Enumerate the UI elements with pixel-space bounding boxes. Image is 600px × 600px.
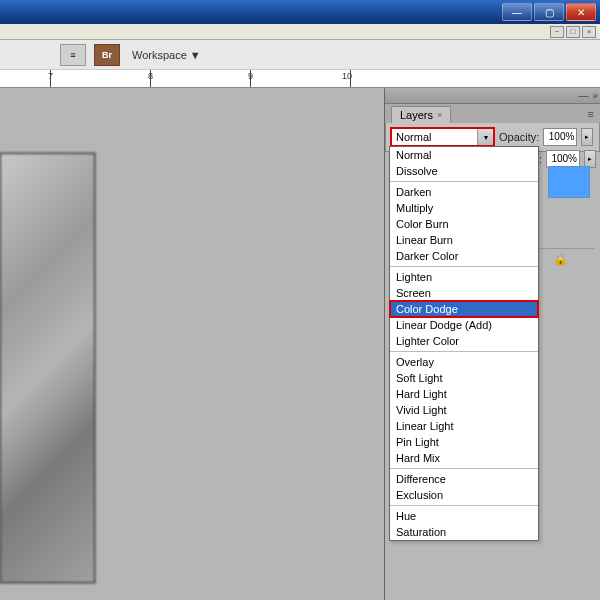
blend-mode-option[interactable]: Lighter Color	[390, 333, 538, 349]
bridge-button[interactable]: Br	[94, 44, 120, 66]
blend-mode-option[interactable]: Screen	[390, 285, 538, 301]
tab-label: Layers	[400, 109, 433, 121]
workspace-menu[interactable]: Workspace ▼	[128, 47, 205, 63]
blend-mode-current: Normal	[392, 131, 477, 143]
combo-arrow-icon[interactable]: ▾	[477, 129, 493, 145]
blend-mode-option[interactable]: Difference	[390, 471, 538, 487]
panel-maximize-button[interactable]: □	[566, 26, 580, 38]
opacity-arrow-button[interactable]: ▸	[581, 128, 593, 146]
tab-close-icon[interactable]: ×	[437, 110, 442, 120]
blend-mode-option[interactable]: Vivid Light	[390, 402, 538, 418]
blend-mode-option[interactable]: Dissolve	[390, 163, 538, 179]
opacity-label: Opacity:	[499, 131, 539, 143]
workspace-label: Workspace	[132, 49, 187, 61]
options-toolbar: ≡ Br Workspace ▼	[0, 40, 600, 70]
blend-mode-option[interactable]: Linear Burn	[390, 232, 538, 248]
blend-mode-option[interactable]: Darker Color	[390, 248, 538, 264]
blend-mode-option[interactable]: Linear Light	[390, 418, 538, 434]
panel-minimize-button[interactable]: −	[550, 26, 564, 38]
blend-mode-option[interactable]: Exclusion	[390, 487, 538, 503]
blend-mode-option[interactable]: Color Dodge	[390, 301, 538, 317]
close-button[interactable]: ✕	[566, 3, 596, 21]
close-icon: ✕	[577, 7, 585, 18]
panel-collapse-icon[interactable]: —	[578, 90, 588, 101]
blend-mode-option[interactable]: Overlay	[390, 354, 538, 370]
tab-layers[interactable]: Layers ×	[391, 106, 451, 123]
blend-mode-option[interactable]: Linear Dodge (Add)	[390, 317, 538, 333]
panel-chevron-icon[interactable]: »	[592, 90, 598, 101]
blend-mode-option[interactable]: Hard Light	[390, 386, 538, 402]
maximize-icon: ▢	[545, 7, 554, 18]
horizontal-ruler: 7 8 9 10	[0, 70, 600, 88]
blend-mode-option[interactable]: Soft Light	[390, 370, 538, 386]
blend-mode-option[interactable]: Darken	[390, 184, 538, 200]
blend-mode-option[interactable]: Pin Light	[390, 434, 538, 450]
panels-dock: — » Layers × ≡ Normal ▾ Opacity: 100% ▸	[384, 88, 600, 600]
document-canvas[interactable]	[0, 153, 95, 583]
document-icon-button[interactable]: ≡	[60, 44, 86, 66]
document-icon: ≡	[70, 50, 75, 60]
blend-mode-option[interactable]: Hard Mix	[390, 450, 538, 466]
blend-mode-option[interactable]: Hue	[390, 508, 538, 524]
blend-mode-option[interactable]: Lighten	[390, 269, 538, 285]
panel-close-button[interactable]: ×	[582, 26, 596, 38]
blend-mode-dropdown[interactable]: NormalDissolveDarkenMultiplyColor BurnLi…	[389, 146, 539, 541]
blend-mode-option[interactable]: Multiply	[390, 200, 538, 216]
secondary-bar: − □ ×	[0, 24, 600, 40]
maximize-button[interactable]: ▢	[534, 3, 564, 21]
opacity-field[interactable]: 100%	[543, 128, 577, 146]
blend-mode-option[interactable]: Color Burn	[390, 216, 538, 232]
chevron-down-icon: ▼	[190, 49, 201, 61]
minimize-button[interactable]: —	[502, 3, 532, 21]
lock-icon[interactable]: 🔒	[553, 252, 568, 266]
layer-thumbnail[interactable]	[548, 166, 590, 198]
panel-header: — »	[385, 88, 600, 104]
layers-panel: Normal ▾ Opacity: 100% ▸ Fill: 100% ▸ 🔒 …	[385, 123, 600, 152]
canvas-area[interactable]	[0, 88, 384, 600]
blend-mode-option[interactable]: Saturation	[390, 524, 538, 540]
panel-menu-icon[interactable]: ≡	[584, 106, 598, 123]
minimize-icon: —	[512, 7, 522, 18]
blend-mode-option[interactable]: Normal	[390, 147, 538, 163]
blend-mode-combo[interactable]: Normal ▾	[390, 127, 495, 147]
window-titlebar: — ▢ ✕	[0, 0, 600, 24]
